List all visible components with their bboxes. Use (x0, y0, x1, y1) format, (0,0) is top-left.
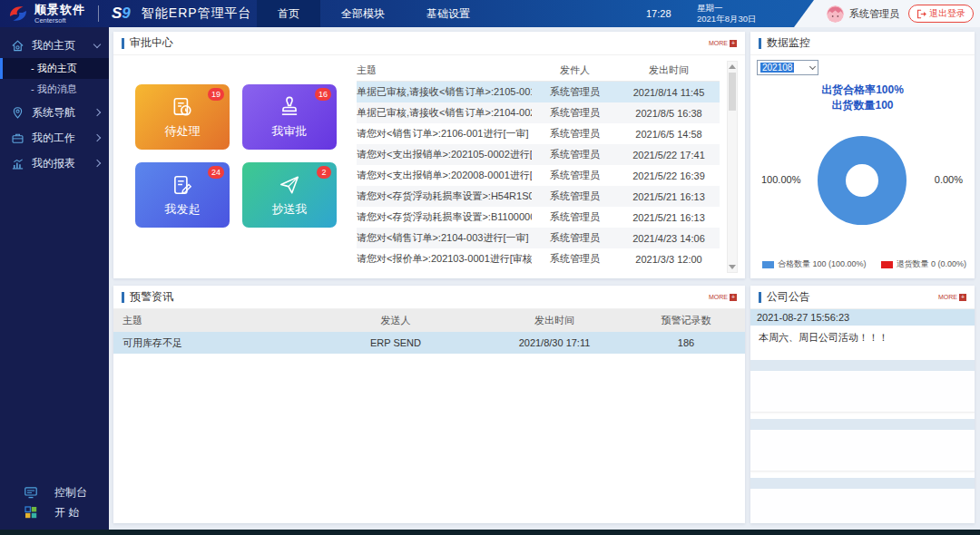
start-label: 开 始 (54, 505, 79, 520)
chart-legend: 合格数量 100 (100.00%) 退货数量 0 (0.00%) (762, 258, 966, 270)
cell-time: 2021/3/3 12:00 (618, 254, 720, 265)
cell-subject: 请您对<销售订单>:2104-003进行[一审] (357, 231, 532, 245)
sidebar-item-my-work[interactable]: 我的工作 (0, 125, 109, 151)
approval-center-panel: 审批中心 MORE + 19 待处理 (113, 32, 745, 278)
approval-tiles: 19 待处理 16 我审批 (135, 84, 337, 228)
sidebar-item-my-reports[interactable]: 我的报表 (0, 151, 109, 176)
console-button[interactable]: 控制台 (0, 482, 109, 502)
sidebar-item-system-nav[interactable]: 系统导航 (0, 100, 109, 125)
more-label: MORE (938, 294, 957, 300)
announcements-panel-title: 公司公告 (767, 289, 810, 305)
approval-more-link[interactable]: MORE + (709, 40, 737, 47)
taskbar-strip (0, 530, 980, 535)
tab-all-modules[interactable]: 全部模块 (320, 0, 406, 27)
chevron-down-icon (809, 63, 816, 70)
scroll-down-arrow[interactable] (729, 265, 736, 269)
monitor-panel-title: 数据监控 (767, 35, 810, 51)
announcements-more-link[interactable]: MORE + (938, 294, 966, 301)
donut-label-return: 0.00% (935, 174, 963, 185)
cell-subject: 单据已审核,请接收<销售订单>:2104-002 (357, 106, 532, 120)
more-label: MORE (709, 40, 728, 46)
cc-count-badge: 2 (317, 166, 331, 179)
pass-rate-text: 出货合格率100% (750, 83, 975, 98)
cell-sender: 系统管理员 (532, 190, 618, 203)
logout-button[interactable]: 退出登录 (908, 5, 974, 23)
sidebar-item-label: 我的报表 (32, 156, 75, 171)
table-row[interactable]: 请您对<销售订单>:2104-003进行[一审] 系统管理员 2021/4/23… (357, 228, 720, 248)
more-icon: + (730, 294, 737, 301)
cell-time: 2021/8/5 16:38 (618, 108, 720, 119)
table-row[interactable]: 请您对<销售订单>:2106-001进行[一审] 系统管理员 2021/6/5 … (357, 123, 720, 144)
start-button[interactable]: 开 始 (0, 502, 109, 522)
sidebar-item-label: 我的主页 (32, 38, 75, 54)
cell-time: 2021/4/23 14:06 (618, 233, 720, 244)
tile-my-approvals[interactable]: 16 我审批 (242, 84, 337, 150)
cell-subject: 请您对<支出报销单>:202008-0001进行[审核] (357, 169, 532, 182)
donut-svg (812, 131, 912, 230)
table-row[interactable]: 请您对<支出报销单>:202008-0001进行[审核] 系统管理员 2021/… (357, 165, 720, 186)
scroll-thumb[interactable] (729, 73, 736, 111)
table-row[interactable]: 单据已审核,请接收<销售订单>:2104-002 系统管理员 2021/8/5 … (357, 102, 720, 123)
col-alert-count: 预警记录数 (636, 314, 736, 327)
alerts-panel-title: 预警资讯 (130, 289, 173, 305)
tile-cc-to-me[interactable]: 2 抄送我 (242, 162, 337, 228)
location-icon (11, 106, 24, 120)
table-row[interactable]: 请您对<存货浮动耗损率设置>:B11000001进行[审核] 系统管理员 202… (357, 207, 720, 228)
alert-row[interactable]: 可用库存不足 ERP SEND 2021/8/30 17:11 186 (113, 332, 745, 354)
platform-title: 智能ERP管理平台 (142, 5, 252, 22)
approve-count-badge: 16 (315, 88, 331, 101)
subitem-label: - 我的主页 (31, 62, 77, 75)
cell-count: 186 (636, 337, 736, 348)
initiate-count-badge: 24 (208, 166, 224, 179)
tab-home[interactable]: 首页 (257, 0, 320, 27)
alerts-table-header: 主题 发送人 发出时间 预警记录数 (113, 309, 745, 332)
sidebar-item-label: 我的工作 (32, 131, 75, 146)
sidebar-item-my-home[interactable]: 我的主页 (0, 33, 109, 58)
panel-accent-bar (759, 38, 761, 49)
period-select[interactable]: 202108 (757, 60, 818, 75)
todo-clipboard-icon (171, 95, 194, 119)
table-row[interactable]: 请您对<报价单>:202103-0001进行[审核] 系统管理员 2021/3/… (357, 248, 720, 269)
announcement-date[interactable]: 2021-08-27 15:56:23 (750, 309, 975, 326)
cell-subject: 请您对<存货浮动耗损率设置>:B11000001进行[审核] (357, 210, 532, 224)
col-sent-time: 发出时间 (618, 63, 720, 77)
home-icon (11, 39, 24, 53)
col-sender: 发件人 (532, 63, 618, 77)
panel-accent-bar (759, 292, 761, 303)
brand-names: 顺景软件 Centersoft (34, 4, 85, 24)
cell-sender: 系统管理员 (532, 148, 618, 161)
table-scrollbar[interactable] (727, 61, 738, 273)
avatar[interactable] (827, 5, 844, 23)
more-label: MORE (709, 294, 728, 300)
cell-time: 2021/8/30 17:11 (473, 337, 636, 348)
cell-sender: 系统管理员 (532, 169, 618, 182)
tab-base-settings[interactable]: 基础设置 (406, 0, 491, 27)
col-sent-time: 发出时间 (473, 314, 636, 327)
col-subject: 主题 (357, 63, 532, 77)
table-row[interactable]: 请您对<存货浮动耗损率设置>:H54R1S006002进行[审核] 系统管理员 … (357, 186, 720, 207)
table-row[interactable]: 单据已审核,请接收<销售订单>:2105-001 系统管理员 2021/8/14… (357, 82, 720, 102)
brand-name-en: Centersoft (34, 17, 85, 24)
main-content: 审批中心 MORE + 19 待处理 (109, 27, 980, 530)
tile-pending[interactable]: 19 待处理 (135, 84, 230, 150)
sidebar-subitem-my-home[interactable]: - 我的主页 (0, 58, 109, 79)
avatar-face-icon (827, 5, 844, 23)
announcement-empty-date (750, 360, 975, 371)
alerts-more-link[interactable]: MORE + (709, 294, 737, 301)
cell-sender: 系统管理员 (532, 231, 618, 245)
announcements-panel: 公司公告 MORE + 2021-08-27 15:56:23 本周六、周日公司… (750, 286, 975, 523)
start-icon (24, 505, 38, 520)
announcement-empty-body (750, 489, 975, 523)
erp-dashboard: 顺景软件 Centersoft S9 智能ERP管理平台 首页 全部模块 基础设… (0, 0, 980, 535)
logout-icon (916, 9, 926, 19)
weekday-label: 星期一 (697, 3, 756, 14)
tile-initiated-by-me[interactable]: 24 我发起 (135, 162, 230, 228)
cell-time: 2021/5/21 16:13 (618, 212, 720, 223)
sidebar-subitem-my-messages[interactable]: - 我的消息 (0, 79, 109, 100)
brand-name-cn: 顺景软件 (34, 4, 85, 15)
cell-sender: 系统管理员 (532, 127, 618, 141)
main-nav: 首页 全部模块 基础设置 (257, 0, 491, 27)
legend-swatch-red (881, 261, 893, 268)
table-row[interactable]: 请您对<支出报销单>:202105-0002进行[审核] 系统管理员 2021/… (357, 144, 720, 165)
scroll-up-arrow[interactable] (729, 64, 736, 69)
